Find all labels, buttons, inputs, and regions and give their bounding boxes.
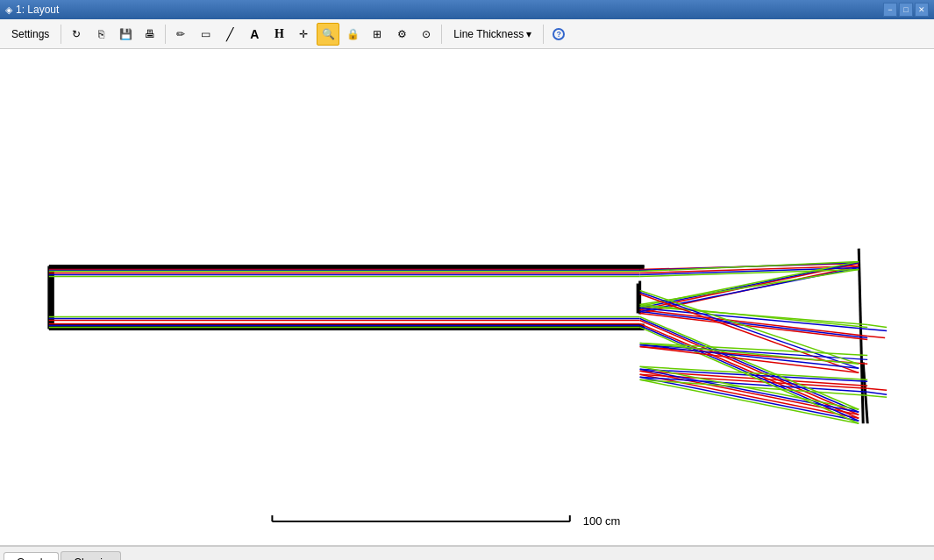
toolbar-separator-3 — [441, 25, 442, 44]
target-button[interactable]: ⊙ — [415, 23, 438, 46]
grid-icon: ⊞ — [373, 28, 381, 40]
dropdown-arrow-icon: ▾ — [526, 28, 531, 40]
titlebar-left: ◈ 1: Layout — [5, 4, 59, 16]
line-icon: ╱ — [226, 27, 233, 41]
toolbar-separator-4 — [543, 25, 544, 44]
settings2-button[interactable]: ⚙ — [390, 23, 413, 46]
svg-line-32 — [867, 324, 887, 327]
svg-text:100 cm: 100 cm — [583, 514, 621, 528]
lock-button[interactable]: 🔒 — [341, 23, 364, 46]
svg-line-23 — [867, 329, 887, 330]
lock-icon: 🔒 — [346, 28, 360, 40]
restore-button[interactable]: □ — [899, 3, 913, 17]
move-icon: ✛ — [299, 28, 308, 40]
settings2-icon: ⚙ — [397, 28, 407, 40]
copy-icon: ⎘ — [98, 28, 104, 40]
tab-classic-label: Classic — [74, 556, 108, 561]
refresh-icon: ↻ — [72, 28, 81, 40]
line-button[interactable]: ╱ — [218, 23, 241, 46]
svg-line-50 — [867, 392, 887, 394]
settings-button[interactable]: Settings — [4, 23, 57, 46]
toolbar-separator-1 — [61, 25, 61, 44]
rect-icon: ▭ — [201, 28, 210, 40]
svg-line-59 — [867, 395, 887, 397]
print-icon: 🖶 — [145, 28, 155, 40]
close-button[interactable]: ✕ — [915, 3, 929, 17]
draw-button[interactable]: ✏ — [169, 23, 192, 46]
svg-line-41 — [867, 388, 887, 390]
text-h-icon: H — [274, 27, 284, 41]
toolbar: Settings ↻ ⎘ 💾 🖶 ✏ ▭ ╱ A H ✛ 🔍 🔒 ⊞ ⚙ ⊙ — [0, 19, 934, 49]
grid-button[interactable]: ⊞ — [366, 23, 389, 46]
tab-graph-label: Graph — [17, 556, 46, 560]
pencil-icon: ✏ — [176, 28, 185, 40]
save-button[interactable]: 💾 — [114, 23, 137, 46]
text-a-icon: A — [250, 27, 259, 41]
svg-line-35 — [640, 270, 859, 305]
layout-svg: 100 cm — [0, 49, 934, 545]
tab-graph[interactable]: Graph — [4, 552, 59, 560]
zoom-icon: 🔍 — [322, 28, 335, 40]
copy-button[interactable]: ⎘ — [89, 23, 112, 46]
help-icon: ? — [553, 27, 565, 40]
text-a-button[interactable]: A — [243, 23, 266, 46]
line-thickness-label: Line Thickness — [453, 28, 524, 40]
svg-line-14 — [867, 336, 885, 337]
rect-button[interactable]: ▭ — [194, 23, 217, 46]
minimize-button[interactable]: − — [883, 3, 897, 17]
refresh-button[interactable]: ↻ — [65, 23, 88, 46]
bottom-tabs: Graph Classic — [0, 546, 934, 560]
save-icon: 💾 — [119, 28, 132, 40]
move-button[interactable]: ✛ — [292, 23, 315, 46]
titlebar: ◈ 1: Layout − □ ✕ — [0, 0, 934, 19]
text-h-button[interactable]: H — [267, 23, 290, 46]
line-thickness-button[interactable]: Line Thickness ▾ — [446, 23, 539, 46]
print-button[interactable]: 🖶 — [139, 23, 161, 46]
app-icon: ◈ — [5, 4, 12, 16]
titlebar-controls: − □ ✕ — [883, 3, 929, 17]
canvas-area[interactable]: 100 cm — [0, 49, 934, 546]
zoom-button[interactable]: 🔍 — [317, 23, 339, 46]
help-button[interactable]: ? — [547, 23, 570, 46]
tab-classic[interactable]: Classic — [61, 551, 121, 560]
target-icon: ⊙ — [422, 28, 431, 40]
window-title: 1: Layout — [16, 4, 59, 16]
toolbar-separator-2 — [165, 25, 166, 44]
